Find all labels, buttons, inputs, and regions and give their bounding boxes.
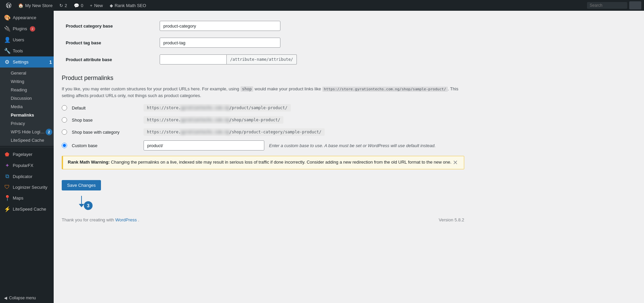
- product-tag-base-input[interactable]: [160, 38, 280, 48]
- users-icon: 👤: [4, 37, 10, 43]
- warning-box: Rank Math Warning: Changing the permalin…: [62, 156, 464, 169]
- menu-item-appearance[interactable]: 🎨 Appearance: [0, 12, 54, 23]
- option-default: Default https://store.gyrationtechs.com.…: [62, 104, 464, 112]
- option-shop-url: https://store.gyrationtechs.com.ng/shop/…: [144, 116, 283, 124]
- wordpress-link[interactable]: WordPress: [115, 217, 137, 222]
- site-name: My New Store: [25, 3, 53, 8]
- radio-shop-base[interactable]: [62, 117, 67, 123]
- submenu-discussion[interactable]: Discussion: [0, 94, 54, 102]
- menu-item-plugins[interactable]: 🔌 Plugins 2: [0, 23, 54, 34]
- url-blur-shopcat: gyrationtechs.com.ng: [181, 130, 229, 134]
- adminbar-site[interactable]: 🏠 My New Store: [15, 0, 56, 11]
- plus-icon: +: [90, 3, 93, 8]
- menu-item-maps[interactable]: 📍 Maps: [0, 192, 54, 204]
- comments-icon: 💬: [74, 3, 79, 8]
- admin-sidebar: 🎨 Appearance 🔌 Plugins 2 👤 Users 🔧 Tools…: [0, 11, 54, 303]
- seo-icon: ◆: [110, 3, 113, 8]
- adminbar-right: [587, 1, 641, 9]
- adminbar-seo[interactable]: ◆ Rank Math SEO: [106, 0, 150, 11]
- appearance-label: Appearance: [13, 15, 36, 20]
- url-blur-shop: gyrationtechs.com.ng: [181, 118, 229, 122]
- collapse-label: Collapse menu: [9, 296, 36, 300]
- menu-item-tools[interactable]: 🔧 Tools: [0, 45, 54, 56]
- step-badge-2: 2: [46, 129, 52, 135]
- settings-submenu: General Writing Reading Discussion Media…: [0, 68, 54, 146]
- maps-label: Maps: [13, 196, 23, 201]
- option-shop-category-label[interactable]: Shop base with category: [72, 130, 139, 135]
- radio-shop-category[interactable]: [62, 129, 67, 135]
- litespeed-icon: ⚡: [4, 206, 10, 212]
- admin-search-input[interactable]: [587, 2, 627, 9]
- menu-item-loginizer[interactable]: 🛡 Loginizer Security: [0, 182, 54, 192]
- product-tag-base-label: Product tag base: [66, 40, 101, 45]
- loginizer-label: Loginizer Security: [13, 185, 47, 190]
- site-icon: 🏠: [18, 3, 23, 8]
- form-table-product-category: Product category base Product tag base: [62, 17, 464, 68]
- menu-separator-1: [0, 147, 54, 147]
- adminbar-updates[interactable]: ↻ 2: [56, 0, 70, 11]
- popularfx-label: PopularFX: [13, 163, 33, 168]
- submenu-litespeed-cache-settings[interactable]: LiteSpeed Cache: [0, 136, 54, 144]
- step-badge-1: 1: [46, 58, 54, 67]
- plugins-badge: 2: [30, 26, 35, 32]
- custom-base-note: Enter a custom base to use. A base must …: [269, 143, 436, 148]
- warning-body: Changing the permalinks on a live, index…: [111, 160, 451, 165]
- product-attribute-base-label: Product attribute base: [66, 57, 112, 62]
- option-custom: Custom base Enter a custom base to use. …: [62, 140, 464, 150]
- submenu-wps-hide-login[interactable]: WPS Hide Logi… 2: [0, 128, 54, 136]
- menu-item-pagelayer[interactable]: ⬟ Pagelayer: [0, 149, 54, 160]
- main-content: Product category base Product tag base: [54, 11, 644, 303]
- save-button-wrapper: Save Changes 3: [62, 180, 101, 190]
- settings-icon: ⚙: [4, 59, 10, 65]
- litespeed-label: LiteSpeed Cache: [13, 207, 46, 212]
- footer-text-2: .: [138, 217, 139, 222]
- warning-strong: Rank Math Warning:: [68, 160, 110, 165]
- adminbar-comments[interactable]: 💬 0: [70, 0, 87, 11]
- admin-bar: 🏠 My New Store ↻ 2 💬 0 + New ◆ Rank Math…: [0, 0, 644, 11]
- product-category-base-input[interactable]: [160, 21, 280, 31]
- submenu-general[interactable]: General: [0, 69, 54, 77]
- desc-code: shop: [240, 86, 254, 92]
- user-avatar[interactable]: [629, 1, 641, 9]
- wp-logo[interactable]: [3, 0, 15, 11]
- product-category-base-label: Product category base: [66, 24, 113, 29]
- option-custom-label[interactable]: Custom base: [72, 143, 139, 148]
- menu-item-popularfx[interactable]: ✦ PopularFX: [0, 160, 54, 171]
- submenu-privacy[interactable]: Privacy: [0, 119, 54, 128]
- warning-text: Rank Math Warning: Changing the permalin…: [68, 160, 451, 165]
- save-changes-button[interactable]: Save Changes: [62, 180, 101, 190]
- desc-url: https://store.gyrationtechs.com.ng/shop/…: [322, 87, 448, 92]
- submenu-writing[interactable]: Writing: [0, 77, 54, 86]
- product-attribute-base-wrapper: /attribute-name/attribute/: [160, 54, 460, 64]
- option-shop-category-url: https://store.gyrationtechs.com.ng/shop/…: [144, 128, 325, 136]
- tools-icon: 🔧: [4, 48, 10, 54]
- menu-item-litespeed[interactable]: ⚡ LiteSpeed Cache: [0, 204, 54, 215]
- updates-icon: ↻: [59, 3, 63, 8]
- option-default-url: https://store.gyrationtechs.com.ng/produ…: [144, 104, 291, 112]
- step-badge-3: 3: [84, 201, 93, 210]
- menu-item-users[interactable]: 👤 Users: [0, 34, 54, 45]
- submenu-media[interactable]: Media: [0, 102, 54, 111]
- warning-close-button[interactable]: ✕: [451, 160, 459, 166]
- menu-item-settings[interactable]: ⚙ Settings 1: [0, 56, 54, 68]
- footer-text-1: Thank you for creating with: [62, 217, 115, 222]
- collapse-menu-button[interactable]: ◀ Collapse menu: [0, 293, 54, 303]
- step3-indicator: [79, 196, 84, 207]
- option-default-label[interactable]: Default: [72, 105, 139, 111]
- radio-default[interactable]: [62, 105, 67, 111]
- custom-base-input[interactable]: [144, 140, 264, 150]
- adminbar-new[interactable]: + New: [87, 0, 106, 11]
- submenu-permalinks[interactable]: Permalinks: [0, 111, 54, 119]
- option-shop-label[interactable]: Shop base: [72, 118, 139, 123]
- menu-item-duplicator[interactable]: ⧉ Duplicator: [0, 171, 54, 182]
- desc-text-1: If you like, you may enter custom struct…: [62, 86, 240, 91]
- radio-custom[interactable]: [62, 143, 67, 148]
- tools-label: Tools: [13, 48, 23, 53]
- url-blur-default: gyrationtechs.com.ng: [181, 105, 229, 110]
- duplicator-label: Duplicator: [13, 174, 33, 179]
- submenu-reading[interactable]: Reading: [0, 86, 54, 94]
- product-attribute-base-input[interactable]: [160, 54, 227, 64]
- duplicator-icon: ⧉: [4, 173, 10, 179]
- section-heading: Product permalinks: [62, 75, 464, 82]
- users-label: Users: [13, 37, 24, 42]
